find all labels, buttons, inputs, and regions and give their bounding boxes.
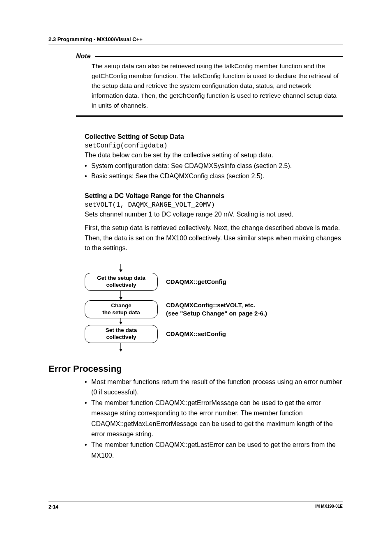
errorproc-section: • Most member functions return the resul… <box>85 377 343 461</box>
bullet-text: The member function CDAQMX::getErrorMess… <box>91 398 343 440</box>
bullet-text: System configuration data: See CDAQMXSys… <box>91 161 343 171</box>
arrow-down-icon <box>118 343 123 352</box>
collective-intro: The data below can be set by the collect… <box>85 150 343 161</box>
svg-marker-7 <box>119 349 122 352</box>
dcvolt-line1: Sets channel number 1 to DC voltage rang… <box>85 210 343 220</box>
flow-label-2: CDAQMXConfig::setVOLT, etc. (see "Setup … <box>166 301 267 317</box>
collective-code: setConfig(configdata) <box>85 142 343 150</box>
bullet-icon: • <box>85 440 91 461</box>
errorproc-title: Error Processing <box>48 364 343 374</box>
dcvolt-section: Setting a DC Voltage Range for the Chann… <box>85 192 343 253</box>
flow-arrow-1 <box>85 291 157 300</box>
note-block: Note The setup data can also be retrieve… <box>76 53 343 117</box>
flow-arrow-2 <box>85 318 157 325</box>
note-rule-top <box>95 56 343 57</box>
svg-marker-1 <box>119 269 122 272</box>
note-label: Note <box>76 53 91 60</box>
collective-heading: Collective Setting of Setup Data <box>85 133 343 140</box>
flow-box-2: Change the setup data <box>85 300 158 318</box>
bullet-text: Basic settings: See the CDAQMXConfig cla… <box>91 171 343 182</box>
errorproc-bullet-3: • The member function CDAQMX::getLastErr… <box>85 440 343 461</box>
bullet-text: Most member functions return the result … <box>91 377 343 398</box>
flow-label-3: CDAQMX::setConfig <box>166 330 226 338</box>
collective-bullet-2: • Basic settings: See the CDAQMXConfig c… <box>85 171 343 182</box>
bullet-icon: • <box>85 171 91 182</box>
dcvolt-heading: Setting a DC Voltage Range for the Chann… <box>85 192 343 200</box>
flow-box-2b: the setup data <box>102 309 140 315</box>
note-rule-bottom <box>76 115 343 117</box>
errorproc-bullet-2: • The member function CDAQMX::getErrorMe… <box>85 398 343 440</box>
flow-box-3: Set the data collectively <box>85 325 158 343</box>
flow-arrow-bottom <box>85 343 157 352</box>
page-footer: 2-14 IM MX190-01E <box>48 502 343 510</box>
arrow-down-icon <box>118 264 123 273</box>
page-number: 2-14 <box>48 504 58 510</box>
flow-label-2a: CDAQMXConfig::setVOLT, etc. <box>166 302 255 309</box>
svg-marker-5 <box>119 322 122 325</box>
errorproc-bullet-1: • Most member functions return the resul… <box>85 377 343 398</box>
bullet-icon: • <box>85 377 91 398</box>
flow-box-3b: collectively <box>106 334 136 340</box>
bullet-text: The member function CDAQMX::getLastError… <box>91 440 343 461</box>
flow-box-2a: Change <box>111 302 131 309</box>
collective-section: Collective Setting of Setup Data setConf… <box>85 133 343 182</box>
flow-box-1: Get the setup data collectively <box>85 273 158 291</box>
page-header: 2.3 Programming - MX100/Visual C++ <box>48 36 343 44</box>
bullet-icon: • <box>85 398 91 440</box>
dcvolt-code: setVOLT(1, DAQMX_RANGE_VOLT_20MV) <box>85 201 343 209</box>
flow-box-3a: Set the data <box>106 327 137 333</box>
doc-id: IM MX190-01E <box>315 504 343 510</box>
flowchart: Get the setup data collectively CDAQMX::… <box>85 263 343 352</box>
arrow-down-icon <box>118 318 123 325</box>
dcvolt-line2: First, the setup data is retrieved colle… <box>85 223 343 253</box>
flow-label-1: CDAQMX::getConfig <box>166 278 226 286</box>
flow-label-2b: (see "Setup Change" on page 2-6.) <box>166 310 267 317</box>
collective-bullet-1: • System configuration data: See CDAQMXS… <box>85 161 343 171</box>
svg-marker-3 <box>119 297 122 300</box>
note-body: The setup data can also be retrieved usi… <box>92 61 343 111</box>
bullet-icon: • <box>85 161 91 171</box>
arrow-down-icon <box>118 291 123 300</box>
flow-arrow-top <box>85 263 157 273</box>
